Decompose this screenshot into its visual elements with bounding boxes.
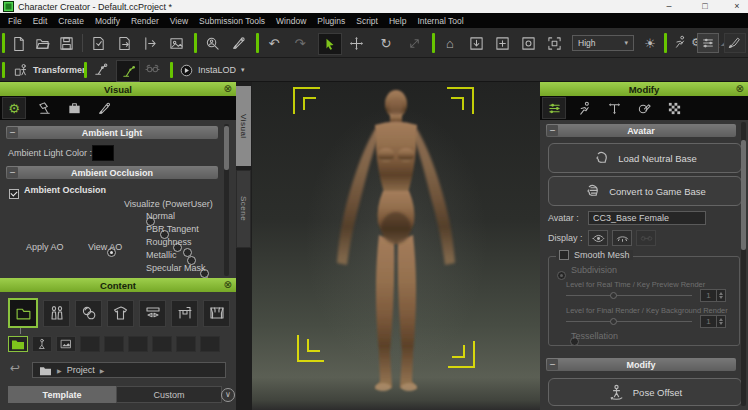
home-view-button[interactable]: ⌂	[442, 35, 458, 51]
avatar-section[interactable]: – Avatar	[546, 124, 736, 137]
show-eyelash-button[interactable]	[612, 230, 632, 246]
scale-tool-button[interactable]	[406, 35, 422, 51]
collapse-icon[interactable]: –	[547, 359, 558, 370]
open-project-button[interactable]	[34, 35, 50, 51]
tab-render-settings[interactable]: ⚙	[2, 97, 26, 119]
menu-help[interactable]: Help	[389, 16, 406, 26]
new-project-button[interactable]	[10, 35, 26, 51]
edit-motion-button[interactable]	[116, 60, 140, 82]
smooth-mesh-checkbox[interactable]	[559, 250, 569, 260]
subfolder-scene[interactable]	[56, 336, 76, 352]
move-tool-button[interactable]	[348, 35, 364, 51]
category-material[interactable]	[75, 300, 102, 327]
undo-button[interactable]: ↶	[266, 35, 282, 51]
scrollbar-thumb[interactable]	[741, 140, 746, 250]
vr-goggles-button[interactable]	[144, 61, 160, 77]
minimize-button[interactable]: –	[658, 0, 680, 13]
redo-button[interactable]: ↷	[292, 35, 308, 51]
close-icon[interactable]: ⊗	[224, 82, 232, 96]
final-level-slider[interactable]	[566, 317, 692, 326]
load-neutral-base-button[interactable]: Load Neutral Base	[548, 143, 742, 173]
ambient-light-color-swatch[interactable]	[92, 145, 114, 161]
tab-texture[interactable]	[662, 97, 686, 119]
avatar-name-field[interactable]	[588, 211, 706, 225]
pose-offset-button[interactable]: Pose Offset	[548, 378, 742, 406]
preferences-button[interactable]	[697, 33, 719, 53]
slider-knob[interactable]	[610, 292, 617, 299]
spinner-arrows[interactable]	[716, 290, 725, 301]
breadcrumb-project[interactable]: Project	[67, 365, 95, 375]
expand-chevron-button[interactable]: ∨	[221, 388, 235, 402]
convert-to-game-base-button[interactable]: Convert to Game Base	[548, 176, 742, 206]
subfolder-all[interactable]	[8, 336, 28, 352]
render-image-button[interactable]	[168, 35, 184, 51]
close-icon[interactable]: ⊗	[736, 82, 744, 96]
tab-material[interactable]	[632, 97, 656, 119]
close-icon[interactable]: ⊗	[224, 278, 232, 292]
zoom-region-button[interactable]	[546, 35, 562, 51]
realtime-level-slider[interactable]	[566, 291, 692, 300]
menu-modify[interactable]: Modify	[95, 16, 120, 26]
scrollbar-thumb[interactable]	[224, 126, 229, 170]
smooth-mesh-toggle[interactable]: Smooth Mesh	[556, 250, 633, 260]
tab-transform[interactable]	[602, 97, 626, 119]
export-button[interactable]	[116, 35, 132, 51]
camera-view-button[interactable]	[520, 35, 536, 51]
frame-selected-button[interactable]	[468, 35, 484, 51]
dock-tab-visual[interactable]: Visual	[236, 86, 251, 166]
realtime-level-spinner[interactable]: 1	[700, 289, 726, 302]
menu-script[interactable]: Script	[356, 16, 378, 26]
modify-section[interactable]: – Modify	[546, 358, 736, 371]
content-panel-header[interactable]: Content ⊗	[0, 278, 236, 292]
tab-custom[interactable]: Custom	[116, 386, 222, 403]
tab-animation[interactable]	[572, 97, 596, 119]
spinner-arrows[interactable]	[716, 316, 725, 327]
menu-view[interactable]: View	[170, 16, 188, 26]
quality-dropdown[interactable]: High ▾	[572, 35, 634, 51]
category-prop[interactable]	[171, 300, 198, 327]
tab-template[interactable]: Template	[8, 386, 116, 403]
instalod-button[interactable]: InstaLOD ▾	[180, 61, 245, 79]
final-level-spinner[interactable]: 1	[700, 315, 726, 328]
visual-panel-header[interactable]: Visual ⊗	[0, 82, 236, 96]
breadcrumb[interactable]: ▶ Project ▶	[32, 362, 226, 378]
tab-lighting[interactable]	[32, 97, 56, 119]
collapse-icon[interactable]: –	[7, 127, 18, 138]
radio-subdivision[interactable]	[557, 271, 566, 280]
import-button[interactable]	[90, 35, 106, 51]
rotate-tool-button[interactable]: ↻	[378, 35, 394, 51]
close-button[interactable]: ×	[726, 0, 748, 13]
category-stage[interactable]	[203, 300, 230, 327]
menu-create[interactable]: Create	[58, 16, 84, 26]
center-view-button[interactable]	[494, 35, 510, 51]
link-display-button[interactable]	[636, 230, 656, 246]
edit-pose-button[interactable]	[92, 61, 108, 77]
maximize-button[interactable]: □	[694, 0, 716, 13]
collapse-icon[interactable]: –	[547, 125, 558, 136]
category-accessory[interactable]	[139, 300, 166, 327]
ambient-occlusion-checkbox[interactable]	[9, 189, 19, 199]
breadcrumb-back-icon[interactable]: ↩	[10, 362, 20, 374]
lighting-button[interactable]: ☀	[642, 35, 658, 51]
category-cloth[interactable]	[107, 300, 134, 327]
modify-panel-scrollbar[interactable]	[741, 122, 746, 406]
sculpt-tool-button[interactable]	[724, 33, 746, 53]
ambient-occlusion-section[interactable]: – Ambient Occlusion	[6, 166, 218, 179]
ambient-light-section[interactable]: – Ambient Light	[6, 126, 218, 139]
menu-window[interactable]: Window	[276, 16, 306, 26]
pose-tool-button[interactable]	[230, 35, 246, 51]
visual-panel-scrollbar[interactable]	[224, 124, 229, 276]
collapse-icon[interactable]: –	[7, 167, 18, 178]
ibl-character-button[interactable]	[672, 34, 688, 50]
tab-attribute[interactable]	[542, 97, 566, 119]
slider-knob[interactable]	[610, 318, 617, 325]
select-tool-button[interactable]	[318, 33, 342, 55]
tab-camera[interactable]	[92, 97, 116, 119]
menu-edit[interactable]: Edit	[33, 16, 48, 26]
menu-submission-tools[interactable]: Submission Tools	[199, 16, 265, 26]
show-eye-button[interactable]	[588, 230, 608, 246]
save-project-button[interactable]	[58, 35, 74, 51]
transformer-button[interactable]: Transformer	[14, 61, 86, 79]
menu-render[interactable]: Render	[131, 16, 159, 26]
export-fbx-button[interactable]	[142, 35, 158, 51]
